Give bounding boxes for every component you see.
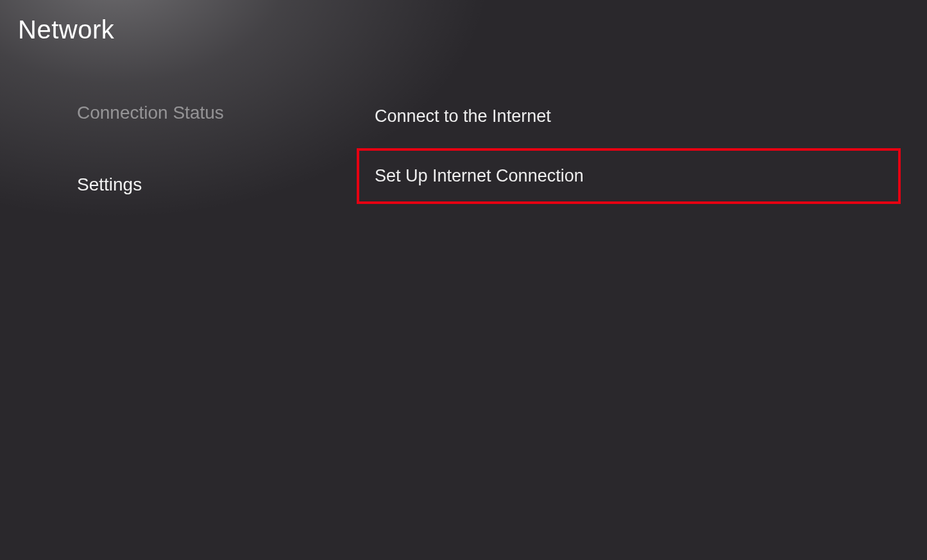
option-label: Set Up Internet Connection bbox=[375, 166, 584, 185]
option-set-up-internet-connection[interactable]: Set Up Internet Connection bbox=[357, 148, 901, 204]
sidebar-item-label: Connection Status bbox=[77, 103, 224, 123]
option-connect-to-internet[interactable]: Connect to the Internet bbox=[359, 91, 898, 142]
sidebar-item-settings[interactable]: Settings bbox=[77, 167, 321, 203]
page-title: Network bbox=[18, 15, 114, 44]
sidebar: Connection Status Settings bbox=[77, 95, 321, 239]
sidebar-item-label: Settings bbox=[77, 174, 142, 194]
option-label: Connect to the Internet bbox=[375, 106, 551, 126]
main-panel: Connect to the Internet Set Up Internet … bbox=[359, 91, 898, 204]
sidebar-item-connection-status[interactable]: Connection Status bbox=[77, 95, 321, 131]
